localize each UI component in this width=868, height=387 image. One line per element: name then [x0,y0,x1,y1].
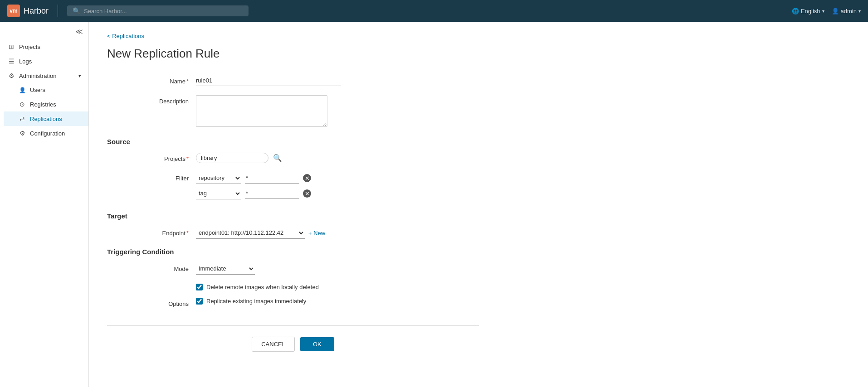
filter-remove-button-2[interactable]: ✕ [303,189,311,198]
name-control [196,75,341,86]
filter-value-input-2[interactable] [245,188,299,199]
administration-submenu: 👤 Users ⊙ Registries ⇄ Replications ⚙ Co… [0,83,88,140]
search-icon: 🔍 [73,7,80,15]
replications-icon: ⇄ [18,115,26,122]
user-icon: 👤 [832,8,839,15]
filter-remove-button-1[interactable]: ✕ [303,174,311,182]
description-label: Description [107,95,189,105]
sidebar-item-registries[interactable]: ⊙ Registries [4,97,88,111]
user-menu[interactable]: 👤 admin ▾ [832,8,861,15]
name-row: Name* [107,75,479,86]
mode-control: Immediate Scheduled Event Based [196,263,341,275]
mode-row: Mode Immediate Scheduled Event Based [107,263,479,275]
replicate-existing-label: Replicate existing images immediately [206,298,306,305]
replicate-existing-row: Replicate existing images immediately [196,298,341,305]
options-control: Replicate existing images immediately [196,298,341,305]
source-section-title: Source [107,138,479,145]
name-input[interactable] [196,75,341,86]
language-selector[interactable]: 🌐 English ▾ [792,8,824,15]
app-logo[interactable]: vm Harbor [7,5,49,17]
options-row: Options Replicate existing images immedi… [107,298,479,307]
main-content: < Replications New Replication Rule Name… [89,22,868,387]
sidebar-section-administration[interactable]: ⚙ Administration ▾ [0,68,88,83]
replicate-existing-checkbox[interactable] [196,298,203,305]
registries-icon: ⊙ [18,101,26,108]
delete-remote-row: Delete remote images when locally delete… [196,284,479,290]
chevron-down-icon: ▾ [822,9,824,14]
search-input[interactable] [84,8,243,15]
projects-search-button[interactable]: 🔍 [272,153,283,163]
delete-remote-checkbox[interactable] [196,284,203,290]
sidebar-item-replications[interactable]: ⇄ Replications [4,111,88,126]
projects-icon: ⊞ [7,43,15,50]
users-icon: 👤 [18,87,26,93]
nav-divider [58,5,58,17]
filter-type-select-2[interactable]: tag repository label [196,188,241,199]
logs-icon: ☰ [7,58,15,65]
target-section-title: Target [107,212,479,220]
filter-type-select-1[interactable]: repository tag label [196,172,241,184]
sidebar-item-logs[interactable]: ☰ Logs [0,54,88,68]
endpoint-row: Endpoint* endpoint01: http://10.112.122.… [107,227,479,239]
endpoint-label: Endpoint* [107,227,189,237]
globe-icon: 🌐 [792,8,799,15]
description-textarea[interactable] [196,95,327,127]
collapse-sidebar-button[interactable]: ≪ [75,27,83,36]
filter-value-input-1[interactable] [245,173,299,184]
sidebar-item-configuration[interactable]: ⚙ Configuration [4,126,88,140]
cancel-button[interactable]: CANCEL [252,337,295,352]
filter-row: Filter repository tag label ✕ [107,172,479,203]
nav-right: 🌐 English ▾ 👤 admin ▾ [792,8,861,15]
chevron-down-icon: ▾ [78,73,81,79]
sidebar: ≪ ⊞ Projects ☰ Logs ⚙ Administration ▾ 👤… [0,22,89,387]
filter-row-tag: tag repository label ✕ [196,188,341,199]
endpoint-select[interactable]: endpoint01: http://10.112.122.42 [196,227,305,239]
ok-button[interactable]: OK [300,337,334,351]
page-title: New Replication Rule [107,47,479,61]
chevron-down-icon: ▾ [858,9,861,14]
filter-row-repository: repository tag label ✕ [196,172,341,184]
filter-control: repository tag label ✕ tag repository [196,172,341,203]
triggering-section-title: Triggering Condition [107,248,479,256]
top-navigation: vm Harbor 🔍 🌐 English ▾ 👤 admin ▾ [0,0,868,22]
name-label: Name* [107,75,189,85]
filter-label: Filter [107,172,189,182]
options-label: Options [107,298,189,307]
logo-icon: vm [7,5,20,17]
description-control [196,95,341,129]
footer-actions: CANCEL OK [107,325,479,363]
administration-icon: ⚙ [7,72,15,79]
delete-remote-label: Delete remote images when locally delete… [206,284,319,290]
sidebar-item-users[interactable]: 👤 Users [4,83,88,97]
projects-control: 🔍 [196,153,341,163]
breadcrumb[interactable]: < Replications [107,33,479,39]
endpoint-row-inner: endpoint01: http://10.112.122.42 + New [196,227,341,239]
configuration-icon: ⚙ [18,130,26,137]
new-endpoint-link[interactable]: + New [308,230,325,237]
sidebar-item-projects[interactable]: ⊞ Projects [0,39,88,54]
description-row: Description [107,95,479,129]
app-name: Harbor [24,6,49,16]
search-bar[interactable]: 🔍 [67,5,249,16]
projects-row: Projects* 🔍 [107,153,479,163]
projects-input[interactable] [196,153,268,163]
projects-input-wrap: 🔍 [196,153,341,163]
mode-select[interactable]: Immediate Scheduled Event Based [196,263,255,275]
endpoint-control: endpoint01: http://10.112.122.42 + New [196,227,341,239]
sidebar-collapse-area: ≪ [0,25,88,39]
projects-label: Projects* [107,153,189,162]
mode-label: Mode [107,263,189,272]
